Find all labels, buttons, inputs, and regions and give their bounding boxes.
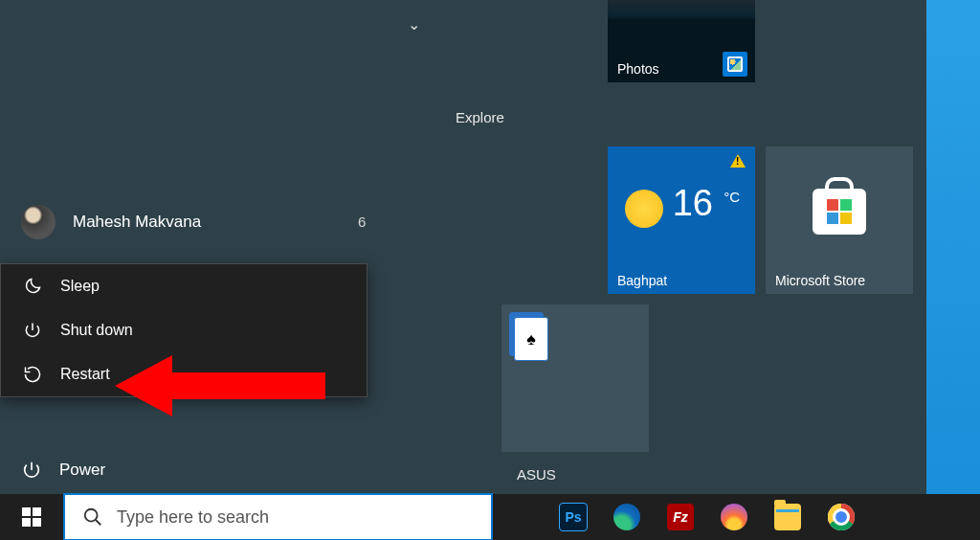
filezilla-button[interactable]: Fz: [654, 494, 707, 540]
store-tile-label: Microsoft Store: [775, 273, 865, 288]
shut-down-item[interactable]: Shut down: [1, 308, 367, 352]
card-spade-icon: [514, 317, 548, 361]
photos-tile[interactable]: Photos: [608, 0, 755, 82]
file-explorer-button[interactable]: [761, 494, 814, 540]
desktop-background-strip: [926, 0, 980, 494]
sleep-label: Sleep: [60, 278, 100, 295]
shut-down-label: Shut down: [60, 322, 133, 339]
firefox-button[interactable]: [707, 494, 761, 540]
microsoft-store-tile[interactable]: Microsoft Store: [766, 146, 913, 294]
solitaire-tile[interactable]: [501, 304, 649, 452]
start-tiles-area: ⌄ Explore ASUS Photos 16 °C Baghpat Micr…: [366, 0, 926, 494]
weather-sun-icon: [625, 190, 663, 228]
weather-location: Baghpat: [617, 273, 667, 288]
taskbar-icons: Ps Fz: [493, 494, 868, 540]
weather-alert-icon: [730, 154, 746, 168]
section-header-explore[interactable]: Explore: [456, 109, 504, 125]
user-account-item[interactable]: Mahesh Makvana: [0, 191, 366, 253]
filezilla-icon: Fz: [667, 504, 694, 530]
svg-line-2: [96, 520, 101, 526]
edge-button[interactable]: [600, 494, 654, 540]
search-icon: [82, 506, 103, 528]
user-name: Mahesh Makvana: [73, 213, 201, 232]
store-icon: [813, 189, 866, 235]
firefox-icon: [721, 504, 747, 530]
edge-icon: [613, 504, 640, 530]
chrome-icon: [828, 504, 855, 530]
shut-down-icon: [22, 320, 43, 341]
task-view-button[interactable]: [493, 494, 546, 540]
weather-temperature: 16: [673, 183, 713, 224]
sleep-icon: [22, 276, 43, 297]
start-button[interactable]: [0, 494, 63, 540]
search-placeholder: Type here to search: [117, 507, 269, 528]
restart-label: Restart: [60, 366, 110, 383]
chrome-button[interactable]: [814, 494, 868, 540]
restart-icon: [22, 364, 43, 385]
power-context-menu: Sleep Shut down Restart: [0, 263, 368, 397]
restart-item[interactable]: Restart: [1, 352, 367, 396]
windows-logo-icon: [22, 507, 41, 527]
chevron-down-icon[interactable]: ⌄: [408, 15, 420, 34]
svg-point-1: [85, 509, 98, 522]
weather-tile[interactable]: 16 °C Baghpat: [608, 146, 755, 294]
photos-tile-label: Photos: [617, 61, 659, 77]
avatar: [21, 205, 56, 239]
weather-unit: °C: [724, 189, 740, 205]
power-icon: [21, 460, 42, 481]
photoshop-button[interactable]: Ps: [546, 494, 600, 540]
taskbar: Type here to search Ps Fz: [0, 494, 980, 540]
svg-rect-3: [509, 510, 530, 524]
sleep-item[interactable]: Sleep: [1, 264, 367, 308]
task-view-icon: [507, 505, 532, 529]
power-item[interactable]: Power: [0, 446, 366, 494]
photos-app-icon: [723, 52, 747, 77]
power-label: Power: [59, 461, 105, 480]
photoshop-icon: Ps: [559, 503, 588, 531]
file-explorer-icon: [774, 504, 801, 530]
section-header-asus[interactable]: ASUS: [517, 466, 556, 483]
search-input[interactable]: Type here to search: [63, 493, 493, 540]
start-menu-rail: Mahesh Makvana Documents Power: [0, 0, 366, 494]
